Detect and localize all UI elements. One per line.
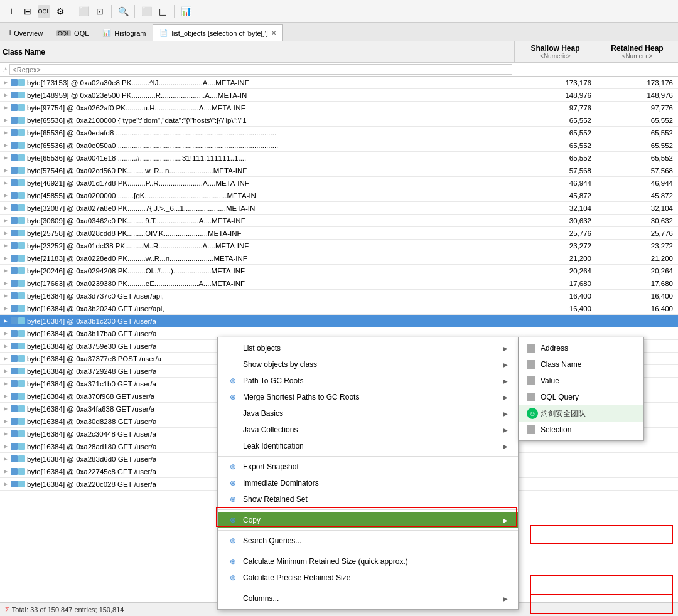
expand-arrow-icon[interactable]: ▶ [3,456,9,462]
menu-item-path-to-gc-roots[interactable]: ⊕Path To GC Roots▶ [218,373,518,389]
menu-item-export-snapshot[interactable]: ⊕Export Snapshot [218,459,518,475]
menu-item-merge-shortest-paths-to-gc-roots[interactable]: ⊕Merge Shortest Paths to GC Roots▶ [218,389,518,405]
menu-item-show-objects-by-class[interactable]: Show objects by class▶ [218,356,518,373]
settings-icon[interactable]: ⚙ [54,5,67,18]
submenu-item-wechat[interactable]: ☺灼剑安全团队 [519,405,643,422]
menu-item-copy[interactable]: ⊕Copy▶ [218,512,518,528]
table-row[interactable]: ▶byte[46921] @ 0xa01d17d8 PK.........P..… [0,177,678,189]
expand-arrow-icon[interactable]: ▶ [3,167,9,174]
table-row[interactable]: ▶byte[20246] @ 0xa0294208 PK.........Ol.… [0,265,678,277]
expand-arrow-icon[interactable]: ▶ [3,393,9,400]
layout2-icon[interactable]: ⊡ [94,5,106,18]
menu-item-show-retained-set[interactable]: ⊕Show Retained Set [218,491,518,507]
expand-arrow-icon[interactable]: ▶ [3,268,9,274]
window-icon[interactable]: ⬜ [140,5,153,18]
expand-arrow-icon[interactable]: ▶ [3,280,9,287]
menu-item-java-basics[interactable]: Java Basics▶ [218,405,518,422]
expand-arrow-icon[interactable]: ▶ [3,381,9,387]
context-menu: List objects▶Show objects by class▶⊕Path… [217,337,519,610]
expand-arrow-icon[interactable]: ▶ [3,431,9,437]
table-row[interactable]: ▶byte[32087] @ 0xa027a8e0 PK.........7{.… [0,202,678,215]
submenu-item-class-name[interactable]: Class Name [519,356,643,373]
table-row[interactable]: ▶byte[16384] @ 0xa3b20240 GET /user/api,… [0,302,678,315]
menu-item-search-queries...[interactable]: ⊕Search Queries... [218,533,518,549]
table-row[interactable]: ▶byte[21183] @ 0xa0228ed0 PK.........w..… [0,252,678,265]
menu-item-list-objects[interactable]: List objects▶ [218,340,518,356]
expand-arrow-icon[interactable]: ▶ [3,130,9,136]
col-classname-header[interactable]: Class Name [0,41,515,62]
expand-arrow-icon[interactable]: ▶ [3,142,9,149]
expand-arrow-icon[interactable]: ▶ [3,368,9,374]
expand-arrow-icon[interactable]: ▶ [3,318,9,324]
tab-overview[interactable]: i Overview [3,24,50,41]
tab-oql[interactable]: OQL OQL [50,24,95,41]
submenu-item-address[interactable]: Address [519,340,643,356]
expand-arrow-icon[interactable]: ▶ [3,343,9,349]
expand-arrow-icon[interactable]: ▶ [3,418,9,425]
expand-arrow-icon[interactable]: ▶ [3,193,9,199]
expand-arrow-icon[interactable]: ▶ [3,356,9,362]
expand-arrow-icon[interactable]: ▶ [3,406,9,412]
expand-arrow-icon[interactable]: ▶ [3,255,9,262]
expand-arrow-icon[interactable]: ▶ [3,155,9,161]
submenu-item-oql-query[interactable]: OQL Query [519,389,643,405]
regex-input[interactable] [9,64,512,75]
expand-arrow-icon[interactable]: ▶ [3,117,9,124]
expand-arrow-icon[interactable]: ▶ [3,331,9,337]
tab-histogram[interactable]: 📊 Histogram [95,24,153,41]
oql-icon[interactable]: OQL [38,5,50,18]
table-icon[interactable]: ⊟ [21,5,34,18]
row-cell-shallow: 16,400 [515,305,596,312]
expand-arrow-icon[interactable]: ▶ [3,80,9,86]
expand-arrow-icon[interactable]: ▶ [3,218,9,224]
chart-icon[interactable]: 📊 [180,5,192,18]
table-row[interactable]: ▶byte[57546] @ 0xa02cd560 PK.........w..… [0,164,678,177]
table-row[interactable]: ▶byte[25758] @ 0xa028cdd8 PK.........OIV… [0,227,678,240]
java-icon [228,408,238,418]
info-icon[interactable]: i [5,5,18,18]
row-cell-classname: ▶byte[16384] @ 0xa3b1c230 GET /user/a [0,317,515,325]
submenu-item-selection[interactable]: Selection [519,422,643,438]
expand-arrow-icon[interactable]: ▶ [3,469,9,475]
menu-item-label: Search Queries... [243,536,301,545]
table-row[interactable]: ▶byte[23252] @ 0xa01dcf38 PK.........M..… [0,240,678,252]
col-retained-header[interactable]: Retained Heap <Numeric> [596,41,678,62]
expand-arrow-icon[interactable]: ▶ [3,205,9,211]
expand-arrow-icon[interactable]: ▶ [3,305,9,312]
split-icon[interactable]: ◫ [156,5,169,18]
table-row[interactable]: ▶byte[65536] @ 0xa2100000 {"type":"dom",… [0,114,678,127]
expand-arrow-icon[interactable]: ▶ [3,243,9,249]
col-shallow-header[interactable]: Shallow Heap <Numeric> [515,41,596,62]
layout-icon[interactable]: ⬜ [77,5,90,18]
expand-arrow-icon[interactable]: ▶ [3,105,9,111]
menu-item-immediate-dominators[interactable]: ⊕Immediate Dominators [218,475,518,491]
submenu-item-value[interactable]: Value [519,373,643,389]
table-row[interactable]: ▶byte[65536] @ 0xa0edafd8 ..............… [0,127,678,139]
menu-item-calculate-precise-retained-size[interactable]: ⊕Calculate Precise Retained Size [218,570,518,586]
table-row[interactable]: ▶byte[16384] @ 0xa3d737c0 GET /user/api,… [0,290,678,302]
row-cell-shallow: 65,552 [515,129,596,137]
tab-close-button[interactable]: ✕ [271,29,276,36]
table-row[interactable]: ▶byte[65536] @ 0xa0e050a0 ..............… [0,139,678,152]
menu-item-leak-identification[interactable]: Leak Identification▶ [218,438,518,454]
table-row[interactable]: ▶byte[30609] @ 0xa03462c0 PK.........9.T… [0,215,678,227]
table-row[interactable]: ▶byte[17663] @ 0xa0239380 PK.........eE.… [0,277,678,290]
search-icon[interactable]: 🔍 [117,5,129,18]
table-row[interactable]: ▶byte[148959] @ 0xa023e500 PK...........… [0,89,678,102]
expand-arrow-icon[interactable]: ▶ [3,481,9,487]
row-classname-text: byte[16384] @ 0xa34fa638 GET /user/a [27,405,154,413]
table-row[interactable]: ▶byte[65536] @ 0xa0041e18 .........#....… [0,152,678,164]
tab-list-objects[interactable]: 📄 list_objects [selection of 'byte[]'] ✕ [153,24,282,41]
expand-arrow-icon[interactable]: ▶ [3,443,9,450]
table-row[interactable]: ▶byte[97754] @ 0xa0262af0 PK.........u.H… [0,102,678,114]
table-row[interactable]: ▶byte[45855] @ 0xa0200000 ........[gK...… [0,189,678,202]
table-row[interactable]: ▶byte[16384] @ 0xa3b1c230 GET /user/a [0,315,678,327]
table-row[interactable]: ▶byte[173153] @ 0xa02a30e8 PK.........^I… [0,77,678,89]
expand-arrow-icon[interactable]: ▶ [3,230,9,236]
menu-item-java-collections[interactable]: Java Collections▶ [218,422,518,438]
menu-item-calculate-minimum-retained-size-(quick-approx.)[interactable]: ⊕Calculate Minimum Retained Size (quick … [218,553,518,570]
expand-arrow-icon[interactable]: ▶ [3,293,9,299]
expand-arrow-icon[interactable]: ▶ [3,92,9,98]
menu-item-columns...[interactable]: Columns...▶ [218,590,518,607]
expand-arrow-icon[interactable]: ▶ [3,180,9,186]
